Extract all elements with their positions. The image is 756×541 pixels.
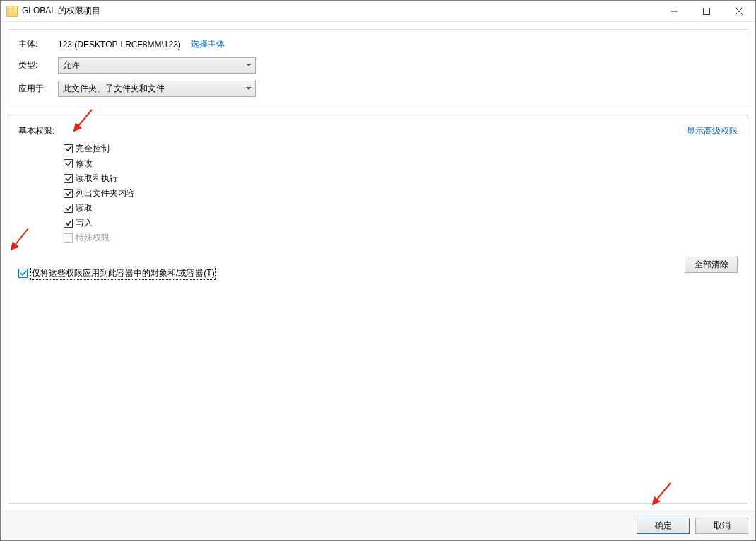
applies-to-select-value: 此文件夹、子文件夹和文件	[59, 83, 242, 95]
permission-checkbox[interactable]	[64, 159, 73, 168]
permission-item: 列出文件夹内容	[64, 186, 738, 201]
permission-checkbox[interactable]	[64, 174, 73, 183]
principal-panel: 主体: 123 (DESKTOP-LRCF8MM\123) 选择主体 类型: 允…	[8, 29, 748, 107]
permission-entry-window: GLOBAL 的权限项目 主体: 123 (DESKTOP-LRCF8MM\12…	[0, 0, 756, 541]
permission-item: 写入	[64, 216, 738, 231]
permission-label: 读取和执行	[76, 173, 118, 185]
applies-to-select[interactable]: 此文件夹、子文件夹和文件	[58, 81, 256, 97]
permission-label: 特殊权限	[76, 232, 110, 244]
permission-item: 修改	[64, 156, 738, 171]
applies-to-label: 应用于:	[18, 83, 58, 95]
apply-only-row: 仅将这些权限应用到此容器中的对象和/或容器(T)	[18, 267, 738, 280]
permission-label: 列出文件夹内容	[76, 187, 135, 199]
apply-only-checkbox[interactable]	[18, 269, 28, 278]
window-title: GLOBAL 的权限项目	[22, 5, 100, 17]
permission-item: 读取和执行	[64, 171, 738, 186]
maximize-button[interactable]	[690, 1, 723, 21]
chevron-down-icon	[242, 81, 255, 96]
show-advanced-permissions-link[interactable]: 显示高级权限	[687, 125, 738, 137]
applies-to-row: 应用于: 此文件夹、子文件夹和文件	[18, 81, 738, 97]
principal-value: 123 (DESKTOP-LRCF8MM\123)	[58, 40, 181, 50]
permission-item: 读取	[64, 201, 738, 216]
minimize-button[interactable]	[658, 1, 690, 21]
principal-label: 主体:	[18, 38, 58, 50]
apply-only-label: 仅将这些权限应用到此容器中的对象和/或容器(T)	[30, 267, 216, 280]
permissions-panel: 基本权限: 显示高级权限 完全控制修改读取和执行列出文件夹内容读取写入特殊权限 …	[8, 115, 748, 504]
permission-checkbox[interactable]	[64, 189, 73, 198]
permission-item: 特殊权限	[64, 231, 738, 245]
permission-label: 完全控制	[76, 143, 110, 155]
title-bar: GLOBAL 的权限项目	[1, 1, 755, 22]
type-select[interactable]: 允许	[58, 57, 256, 74]
type-select-value: 允许	[59, 59, 242, 71]
close-button[interactable]	[723, 1, 755, 21]
permission-label: 写入	[76, 217, 93, 229]
svg-line-5	[11, 228, 28, 250]
type-row: 类型: 允许	[18, 57, 738, 74]
window-controls	[658, 1, 755, 21]
permission-checkbox[interactable]	[64, 204, 73, 213]
permissions-list: 完全控制修改读取和执行列出文件夹内容读取写入特殊权限	[64, 141, 738, 245]
content-area: 主体: 123 (DESKTOP-LRCF8MM\123) 选择主体 类型: 允…	[1, 22, 755, 511]
dialog-footer: 确定 取消	[1, 511, 755, 540]
permission-checkbox[interactable]	[64, 144, 73, 153]
cancel-button[interactable]: 取消	[695, 518, 748, 534]
permission-item: 完全控制	[64, 141, 738, 156]
type-label: 类型:	[18, 59, 58, 71]
permission-label: 修改	[76, 158, 93, 170]
select-principal-link[interactable]: 选择主体	[191, 38, 225, 50]
principal-row: 主体: 123 (DESKTOP-LRCF8MM\123) 选择主体	[18, 38, 738, 50]
folder-icon	[6, 6, 18, 17]
ok-button[interactable]: 确定	[637, 518, 690, 534]
clear-all-button[interactable]: 全部清除	[685, 257, 738, 273]
svg-rect-1	[704, 8, 710, 14]
permission-checkbox[interactable]	[64, 219, 73, 228]
basic-permissions-label: 基本权限:	[18, 125, 54, 137]
chevron-down-icon	[242, 58, 255, 73]
permission-label: 读取	[76, 202, 93, 214]
permission-checkbox	[64, 233, 73, 243]
